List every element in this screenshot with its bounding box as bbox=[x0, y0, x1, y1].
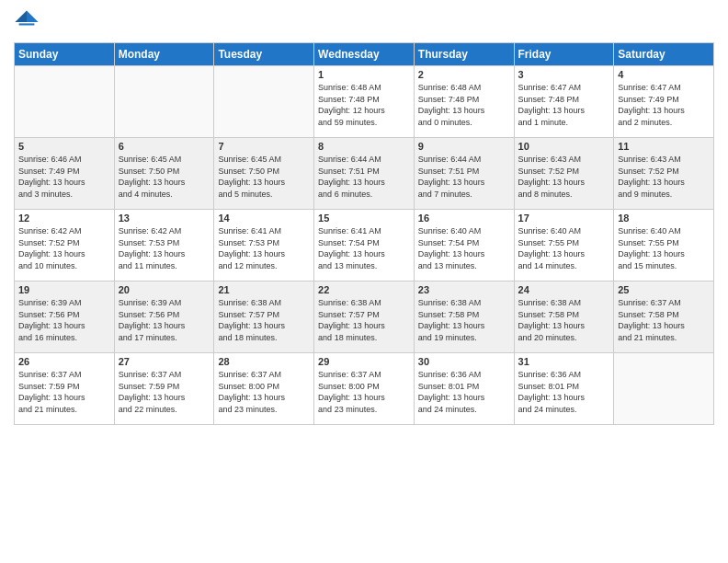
calendar-body: 1Sunrise: 6:48 AM Sunset: 7:48 PM Daylig… bbox=[15, 66, 714, 425]
day-info: Sunrise: 6:38 AM Sunset: 7:57 PM Dayligh… bbox=[218, 297, 310, 343]
calendar-cell: 21Sunrise: 6:38 AM Sunset: 7:57 PM Dayli… bbox=[214, 282, 314, 353]
svg-rect-2 bbox=[19, 23, 35, 25]
day-number: 27 bbox=[119, 356, 210, 367]
day-of-week-header: Tuesday bbox=[214, 43, 314, 66]
calendar-week-row: 19Sunrise: 6:39 AM Sunset: 7:56 PM Dayli… bbox=[15, 282, 714, 353]
calendar-cell: 19Sunrise: 6:39 AM Sunset: 7:56 PM Dayli… bbox=[15, 282, 115, 353]
calendar-cell: 29Sunrise: 6:37 AM Sunset: 8:00 PM Dayli… bbox=[314, 353, 415, 425]
day-number: 7 bbox=[218, 141, 310, 152]
day-number: 15 bbox=[318, 213, 410, 224]
day-number: 3 bbox=[518, 69, 610, 80]
calendar-cell: 16Sunrise: 6:40 AM Sunset: 7:54 PM Dayli… bbox=[414, 210, 514, 282]
day-number: 12 bbox=[18, 213, 110, 224]
calendar-cell: 23Sunrise: 6:38 AM Sunset: 7:58 PM Dayli… bbox=[414, 282, 514, 353]
day-number: 22 bbox=[318, 284, 410, 295]
calendar-cell: 8Sunrise: 6:44 AM Sunset: 7:51 PM Daylig… bbox=[314, 138, 415, 210]
day-number: 1 bbox=[318, 69, 410, 80]
day-info: Sunrise: 6:37 AM Sunset: 7:58 PM Dayligh… bbox=[618, 297, 710, 343]
day-info: Sunrise: 6:45 AM Sunset: 7:50 PM Dayligh… bbox=[218, 154, 310, 200]
day-info: Sunrise: 6:43 AM Sunset: 7:52 PM Dayligh… bbox=[618, 154, 710, 200]
day-number: 28 bbox=[218, 356, 310, 367]
calendar-cell: 14Sunrise: 6:41 AM Sunset: 7:53 PM Dayli… bbox=[214, 210, 314, 282]
day-number: 19 bbox=[18, 284, 110, 295]
logo bbox=[14, 9, 43, 35]
day-info: Sunrise: 6:42 AM Sunset: 7:53 PM Dayligh… bbox=[119, 225, 210, 271]
day-number: 6 bbox=[119, 141, 210, 152]
day-info: Sunrise: 6:37 AM Sunset: 7:59 PM Dayligh… bbox=[119, 369, 210, 415]
day-number: 17 bbox=[518, 213, 610, 224]
day-of-week-header: Friday bbox=[514, 43, 614, 66]
calendar-cell: 9Sunrise: 6:44 AM Sunset: 7:51 PM Daylig… bbox=[414, 138, 514, 210]
calendar-cell: 7Sunrise: 6:45 AM Sunset: 7:50 PM Daylig… bbox=[214, 138, 314, 210]
logo-icon bbox=[14, 9, 40, 35]
calendar-cell: 25Sunrise: 6:37 AM Sunset: 7:58 PM Dayli… bbox=[614, 282, 714, 353]
calendar-cell: 11Sunrise: 6:43 AM Sunset: 7:52 PM Dayli… bbox=[614, 138, 714, 210]
day-info: Sunrise: 6:40 AM Sunset: 7:55 PM Dayligh… bbox=[518, 225, 610, 271]
calendar-cell: 17Sunrise: 6:40 AM Sunset: 7:55 PM Dayli… bbox=[514, 210, 614, 282]
calendar-cell bbox=[214, 66, 314, 138]
calendar-table: SundayMondayTuesdayWednesdayThursdayFrid… bbox=[14, 42, 714, 425]
calendar-week-row: 1Sunrise: 6:48 AM Sunset: 7:48 PM Daylig… bbox=[15, 66, 714, 138]
day-number: 21 bbox=[218, 284, 310, 295]
day-info: Sunrise: 6:38 AM Sunset: 7:58 PM Dayligh… bbox=[518, 297, 610, 343]
day-number: 16 bbox=[418, 213, 510, 224]
day-number: 18 bbox=[618, 213, 710, 224]
calendar-cell: 6Sunrise: 6:45 AM Sunset: 7:50 PM Daylig… bbox=[114, 138, 214, 210]
day-number: 26 bbox=[18, 356, 110, 367]
day-number: 4 bbox=[618, 69, 710, 80]
day-info: Sunrise: 6:37 AM Sunset: 7:59 PM Dayligh… bbox=[18, 369, 110, 415]
day-info: Sunrise: 6:40 AM Sunset: 7:54 PM Dayligh… bbox=[418, 225, 510, 271]
day-number: 9 bbox=[418, 141, 510, 152]
day-info: Sunrise: 6:38 AM Sunset: 7:58 PM Dayligh… bbox=[418, 297, 510, 343]
day-info: Sunrise: 6:48 AM Sunset: 7:48 PM Dayligh… bbox=[418, 82, 510, 128]
day-info: Sunrise: 6:46 AM Sunset: 7:49 PM Dayligh… bbox=[18, 154, 110, 200]
calendar-week-row: 5Sunrise: 6:46 AM Sunset: 7:49 PM Daylig… bbox=[15, 138, 714, 210]
calendar-cell: 22Sunrise: 6:38 AM Sunset: 7:57 PM Dayli… bbox=[314, 282, 415, 353]
calendar-cell bbox=[114, 66, 214, 138]
svg-marker-1 bbox=[15, 10, 27, 22]
day-of-week-header: Wednesday bbox=[314, 43, 415, 66]
day-info: Sunrise: 6:41 AM Sunset: 7:54 PM Dayligh… bbox=[318, 225, 410, 271]
calendar-cell: 18Sunrise: 6:40 AM Sunset: 7:55 PM Dayli… bbox=[614, 210, 714, 282]
day-header-row: SundayMondayTuesdayWednesdayThursdayFrid… bbox=[15, 43, 714, 66]
day-info: Sunrise: 6:42 AM Sunset: 7:52 PM Dayligh… bbox=[18, 225, 110, 271]
day-info: Sunrise: 6:38 AM Sunset: 7:57 PM Dayligh… bbox=[318, 297, 410, 343]
day-of-week-header: Thursday bbox=[414, 43, 514, 66]
calendar-cell: 26Sunrise: 6:37 AM Sunset: 7:59 PM Dayli… bbox=[15, 353, 115, 425]
day-number: 8 bbox=[318, 141, 410, 152]
day-info: Sunrise: 6:47 AM Sunset: 7:48 PM Dayligh… bbox=[518, 82, 610, 128]
day-number: 29 bbox=[318, 356, 410, 367]
calendar-cell: 12Sunrise: 6:42 AM Sunset: 7:52 PM Dayli… bbox=[15, 210, 115, 282]
calendar-cell: 27Sunrise: 6:37 AM Sunset: 7:59 PM Dayli… bbox=[114, 353, 214, 425]
calendar-week-row: 26Sunrise: 6:37 AM Sunset: 7:59 PM Dayli… bbox=[15, 353, 714, 425]
day-info: Sunrise: 6:39 AM Sunset: 7:56 PM Dayligh… bbox=[18, 297, 110, 343]
day-number: 11 bbox=[618, 141, 710, 152]
calendar-cell: 28Sunrise: 6:37 AM Sunset: 8:00 PM Dayli… bbox=[214, 353, 314, 425]
day-number: 10 bbox=[518, 141, 610, 152]
day-info: Sunrise: 6:48 AM Sunset: 7:48 PM Dayligh… bbox=[318, 82, 410, 128]
day-info: Sunrise: 6:36 AM Sunset: 8:01 PM Dayligh… bbox=[518, 369, 610, 415]
calendar-cell: 13Sunrise: 6:42 AM Sunset: 7:53 PM Dayli… bbox=[114, 210, 214, 282]
calendar-cell: 5Sunrise: 6:46 AM Sunset: 7:49 PM Daylig… bbox=[15, 138, 115, 210]
day-number: 13 bbox=[119, 213, 210, 224]
calendar-cell: 1Sunrise: 6:48 AM Sunset: 7:48 PM Daylig… bbox=[314, 66, 415, 138]
svg-marker-0 bbox=[27, 10, 39, 22]
header bbox=[14, 9, 714, 35]
day-number: 31 bbox=[518, 356, 610, 367]
day-info: Sunrise: 6:37 AM Sunset: 8:00 PM Dayligh… bbox=[218, 369, 310, 415]
day-number: 24 bbox=[518, 284, 610, 295]
calendar-cell: 15Sunrise: 6:41 AM Sunset: 7:54 PM Dayli… bbox=[314, 210, 415, 282]
calendar-cell bbox=[614, 353, 714, 425]
calendar-week-row: 12Sunrise: 6:42 AM Sunset: 7:52 PM Dayli… bbox=[15, 210, 714, 282]
day-number: 14 bbox=[218, 213, 310, 224]
day-info: Sunrise: 6:47 AM Sunset: 7:49 PM Dayligh… bbox=[618, 82, 710, 128]
day-info: Sunrise: 6:36 AM Sunset: 8:01 PM Dayligh… bbox=[418, 369, 510, 415]
day-number: 5 bbox=[18, 141, 110, 152]
day-info: Sunrise: 6:43 AM Sunset: 7:52 PM Dayligh… bbox=[518, 154, 610, 200]
calendar-cell: 20Sunrise: 6:39 AM Sunset: 7:56 PM Dayli… bbox=[114, 282, 214, 353]
day-info: Sunrise: 6:44 AM Sunset: 7:51 PM Dayligh… bbox=[418, 154, 510, 200]
day-info: Sunrise: 6:44 AM Sunset: 7:51 PM Dayligh… bbox=[318, 154, 410, 200]
calendar-cell: 2Sunrise: 6:48 AM Sunset: 7:48 PM Daylig… bbox=[414, 66, 514, 138]
day-info: Sunrise: 6:40 AM Sunset: 7:55 PM Dayligh… bbox=[618, 225, 710, 271]
calendar-cell: 4Sunrise: 6:47 AM Sunset: 7:49 PM Daylig… bbox=[614, 66, 714, 138]
